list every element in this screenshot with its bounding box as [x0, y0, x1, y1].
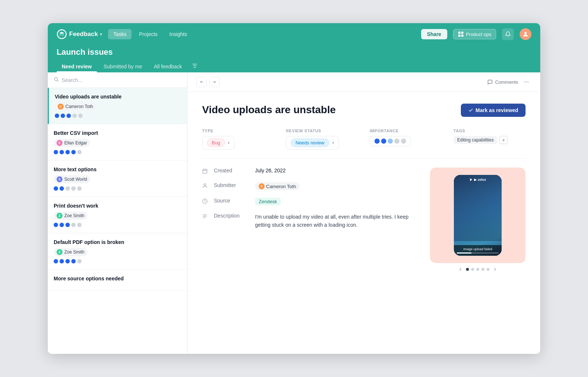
- avatar: C: [58, 104, 64, 109]
- detail-panel: Comments Video uploads are unstable: [187, 72, 540, 354]
- svg-marker-23: [470, 178, 473, 181]
- imp-dot: [388, 139, 393, 144]
- product-ops-button[interactable]: Product ops: [453, 29, 496, 39]
- progress-bar: [457, 252, 499, 254]
- dot: [54, 259, 58, 263]
- review-dropdown-arrow: ▾: [332, 141, 334, 145]
- dot: [65, 259, 70, 263]
- info-row-created: Created July 26, 2022: [202, 168, 415, 175]
- dot: [54, 223, 58, 227]
- dot: [54, 186, 58, 191]
- mark-reviewed-label: Mark as reviewed: [476, 107, 518, 113]
- created-value: July 26, 2022: [255, 168, 286, 173]
- review-status-badge: Needs review: [291, 139, 329, 147]
- dot: [71, 186, 76, 191]
- tab-submitted-by-me[interactable]: Submitted by me: [98, 61, 147, 72]
- top-nav: Feedback ▾ Tasks Projects Insights Share…: [48, 23, 540, 45]
- more-options-button[interactable]: [521, 77, 531, 87]
- detail-content: Video uploads are unstable Mark as revie…: [187, 92, 540, 354]
- search-input[interactable]: [62, 77, 181, 83]
- info-row-description: Description I'm unable to upload my vide…: [202, 213, 415, 229]
- comments-button[interactable]: Comments: [487, 79, 518, 85]
- rating-dots: [54, 150, 181, 154]
- carousel-prev-button[interactable]: [458, 267, 463, 272]
- app-logo-preview: ▶ zelos: [454, 178, 502, 182]
- carousel-dot-3[interactable]: [476, 268, 479, 271]
- list-item[interactable]: Default PDF option is broken Z Zoe Smith: [48, 233, 187, 270]
- importance-label: Importance: [370, 129, 442, 133]
- source-label: Source: [214, 198, 251, 204]
- type-dropdown[interactable]: Bug ▾: [202, 136, 234, 150]
- dot: [77, 150, 82, 154]
- filter-icon[interactable]: [191, 62, 198, 71]
- tab-need-review[interactable]: Need review: [57, 61, 97, 72]
- tab-all-feedback[interactable]: All feedback: [149, 61, 187, 72]
- submitter-chip: C Cameron Toth: [255, 182, 300, 190]
- main-content: Video uploads are unstable C Cameron Tot…: [48, 72, 540, 354]
- svg-point-18: [204, 184, 206, 186]
- svg-rect-14: [203, 169, 207, 173]
- user-avatar[interactable]: [520, 28, 531, 40]
- detail-header-row: Video uploads are unstable Mark as revie…: [202, 104, 526, 117]
- sidebar: Video uploads are unstable C Cameron Tot…: [48, 72, 187, 354]
- insights-link[interactable]: Insights: [165, 29, 191, 39]
- projects-link[interactable]: Projects: [135, 29, 162, 39]
- logo-text: Feedback: [69, 30, 98, 38]
- rating-dots: [55, 114, 181, 118]
- carousel-dot-4[interactable]: [481, 268, 484, 271]
- share-button[interactable]: Share: [421, 29, 447, 39]
- list-item[interactable]: Better CSV import E Ellan Edgar: [48, 124, 187, 161]
- info-row-submitter: Submitter C Cameron Toth: [202, 182, 415, 190]
- svg-rect-3: [458, 35, 460, 37]
- carousel-dot-5[interactable]: [487, 268, 490, 271]
- navigate-up-button[interactable]: [196, 77, 207, 87]
- phone-overlay: Image upload failed: [454, 245, 502, 256]
- carousel-dot-2[interactable]: [471, 268, 474, 271]
- add-tag-button[interactable]: +: [499, 136, 508, 144]
- type-dropdown-arrow: ▾: [228, 141, 230, 145]
- svg-point-12: [526, 82, 527, 83]
- item-title: Better CSV import: [54, 130, 181, 136]
- tags-label: Tags: [453, 129, 526, 133]
- svg-rect-1: [458, 32, 460, 34]
- dot: [54, 150, 58, 154]
- review-status-dropdown[interactable]: Needs review ▾: [286, 136, 339, 150]
- item-title: Print doesn't work: [54, 203, 181, 209]
- navigate-down-button[interactable]: [209, 77, 220, 87]
- search-bar: [48, 72, 187, 88]
- avatar: Z: [57, 213, 62, 219]
- svg-point-11: [524, 82, 525, 83]
- phone-screen: ▶ zelos Image upload failed: [454, 175, 502, 256]
- list-item[interactable]: Print doesn't work Z Zoe Smith: [48, 197, 187, 233]
- detail-title: Video uploads are unstable: [202, 104, 336, 116]
- info-section: Created July 26, 2022 Submitter: [202, 168, 526, 272]
- carousel-dot-1[interactable]: [466, 268, 469, 271]
- notification-bell[interactable]: [502, 28, 514, 40]
- imp-dot: [381, 139, 386, 144]
- item-author: Z Zoe Smith: [54, 248, 87, 256]
- importance-selector[interactable]: [370, 136, 411, 146]
- item-author: Z Zoe Smith: [54, 212, 87, 220]
- carousel-next-button[interactable]: [492, 267, 498, 272]
- item-author: E Ellan Edgar: [54, 139, 90, 147]
- dot: [65, 150, 70, 154]
- dot: [71, 223, 76, 227]
- svg-line-10: [57, 80, 58, 82]
- list-item[interactable]: Video uploads are unstable C Cameron Tot…: [48, 88, 187, 124]
- rating-dots: [54, 259, 181, 263]
- info-fields: Created July 26, 2022 Submitter: [202, 168, 415, 272]
- subheader: Launch issues Need review Submitted by m…: [48, 45, 540, 72]
- type-badge: Bug: [207, 139, 225, 147]
- mark-reviewed-button[interactable]: Mark as reviewed: [461, 104, 526, 117]
- description-text: I'm unable to upload my video at all, ev…: [255, 213, 409, 229]
- item-title: Video uploads are unstable: [55, 94, 181, 100]
- meta-tags: Tags Editing capabilities +: [453, 129, 526, 144]
- list-item[interactable]: More source options needed: [48, 270, 187, 291]
- nav-logo[interactable]: Feedback ▾: [57, 29, 102, 39]
- list-item[interactable]: More text options S Scott World: [48, 161, 187, 197]
- svg-point-9: [54, 78, 57, 80]
- page-title: Launch issues: [57, 45, 531, 61]
- item-author: S Scott World: [54, 175, 90, 183]
- tasks-button[interactable]: Tasks: [108, 29, 132, 39]
- svg-point-13: [527, 82, 528, 83]
